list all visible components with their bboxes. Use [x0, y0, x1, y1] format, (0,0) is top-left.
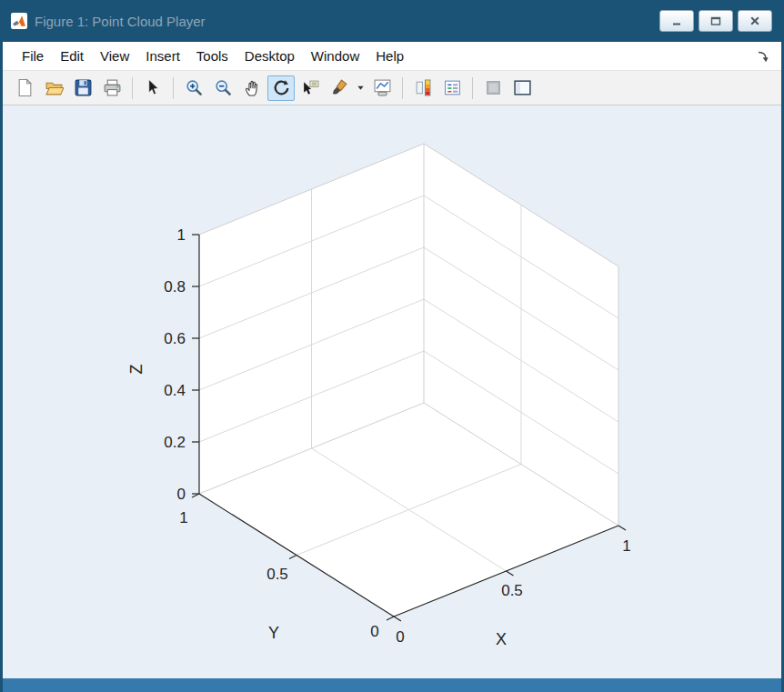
menu-desktop[interactable]: Desktop [236, 45, 303, 67]
axes-3d[interactable]: 1 0.8 0.6 0.4 0.2 0 1 0.5 0 0 0.5 1 X Y … [3, 105, 783, 677]
close-icon [748, 14, 762, 28]
z-tick-label: 0.2 [164, 434, 186, 451]
edit-plot-button[interactable] [139, 75, 166, 101]
save-figure-button[interactable] [69, 75, 96, 101]
printer-icon [103, 78, 122, 97]
figure-canvas[interactable]: 1 0.8 0.6 0.4 0.2 0 1 0.5 0 0 0.5 1 X Y … [3, 105, 781, 678]
show-plot-tools-button[interactable] [508, 75, 536, 101]
zoom-in-icon [185, 78, 204, 97]
window-bottom-frame [3, 678, 781, 692]
maximize-button[interactable] [699, 10, 733, 32]
arrow-cursor-icon [144, 78, 163, 97]
brush-icon [330, 78, 349, 97]
dock-figure-icon[interactable] [756, 49, 770, 64]
minimize-icon [669, 14, 684, 28]
caret-down-icon [357, 84, 365, 92]
matlab-logo-icon [11, 13, 27, 29]
show-plot-tools-icon [513, 78, 532, 97]
z-axis-label: Z [127, 365, 146, 375]
title-bar[interactable]: Figure 1: Point Cloud Player [3, 0, 781, 42]
toolbar-separator [472, 77, 473, 99]
z-tick-label: 1 [177, 226, 186, 244]
link-plot-button[interactable] [368, 75, 396, 101]
toolbar-separator [132, 77, 133, 99]
menu-file[interactable]: File [14, 45, 52, 67]
open-folder-icon [45, 78, 64, 97]
x-tick-label: 0.5 [501, 582, 523, 599]
menu-tools[interactable]: Tools [188, 45, 236, 67]
toolbar-separator [402, 77, 403, 99]
y-axis-label: Y [268, 624, 279, 642]
x-axis-label: X [496, 630, 507, 648]
rotate-3d-button[interactable] [267, 75, 295, 101]
zoom-out-icon [214, 78, 233, 97]
colorbar-icon [414, 78, 433, 97]
new-document-icon [15, 78, 35, 97]
menu-bar: File Edit View Insert Tools Desktop Wind… [3, 42, 781, 70]
figure-window: Figure 1: Point Cloud Player File Edit V… [0, 0, 784, 692]
pan-hand-icon [243, 78, 262, 97]
brush-dropdown-button[interactable] [355, 75, 367, 101]
zoom-in-button[interactable] [180, 75, 207, 101]
hide-plot-tools-icon [484, 78, 503, 97]
data-cursor-button[interactable] [297, 75, 324, 101]
insert-colorbar-button[interactable] [409, 75, 437, 101]
zoom-out-button[interactable] [209, 75, 236, 101]
z-tick-label: 0.8 [164, 278, 186, 296]
y-tick-label: 0.5 [266, 566, 288, 583]
hide-plot-tools-button[interactable] [479, 75, 507, 101]
legend-icon [443, 78, 462, 97]
y-tick-label: 1 [179, 509, 187, 527]
maximize-icon [709, 14, 723, 28]
menu-help[interactable]: Help [367, 45, 412, 67]
z-tick-label: 0.6 [164, 330, 186, 347]
figure-toolbar [3, 70, 781, 105]
minimize-button[interactable] [659, 10, 694, 32]
new-figure-button[interactable] [11, 75, 38, 101]
close-button[interactable] [738, 10, 772, 32]
menu-window[interactable]: Window [303, 45, 367, 67]
toolbar-separator [173, 77, 174, 99]
window-title: Figure 1: Point Cloud Player [35, 14, 655, 29]
menu-view[interactable]: View [92, 45, 137, 67]
x-tick-label: 0 [396, 628, 404, 646]
pan-button[interactable] [238, 75, 266, 101]
z-tick-label: 0 [177, 486, 186, 503]
brush-button[interactable] [326, 75, 353, 101]
insert-legend-button[interactable] [438, 75, 466, 101]
rotate-3d-icon [272, 78, 291, 97]
z-tick-label: 0.4 [164, 382, 186, 399]
menu-edit[interactable]: Edit [52, 45, 92, 67]
x-tick-label: 1 [622, 537, 630, 555]
y-tick-label: 0 [370, 623, 378, 640]
open-file-button[interactable] [40, 75, 67, 101]
print-figure-button[interactable] [98, 75, 126, 101]
link-plot-icon [373, 78, 392, 97]
menu-insert[interactable]: Insert [137, 45, 188, 67]
data-cursor-icon [301, 78, 320, 97]
save-icon [74, 78, 93, 97]
